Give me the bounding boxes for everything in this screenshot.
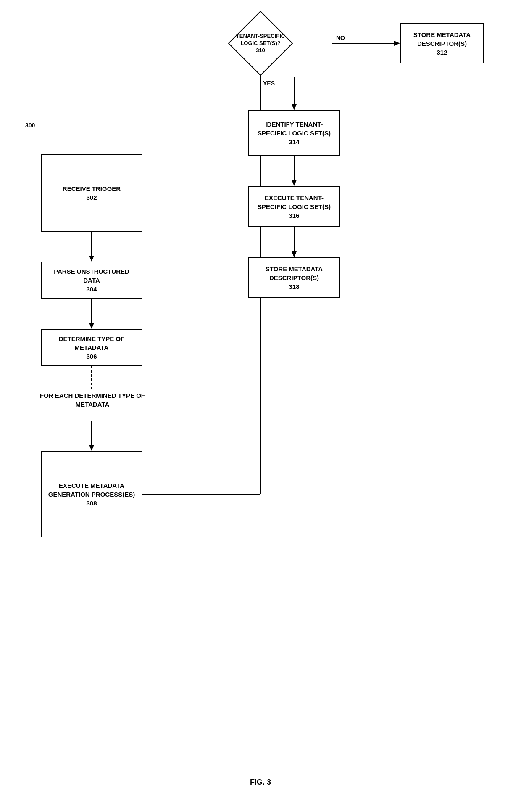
tenant-specific-diamond: TENANT-SPECIFIC LOGIC SET(S)? 310 [227,10,294,77]
svg-marker-17 [292,251,297,257]
store-metadata-yes-box: STORE METADATA DESCRIPTOR(S) 318 [248,257,340,298]
for-each-label: FOR EACH DETERMINED TYPE OF METADATA [34,391,151,409]
no-label: NO [336,34,345,41]
figure-title: FIG. 3 [0,778,521,787]
svg-marker-13 [292,104,297,110]
svg-marker-11 [394,41,400,46]
store-metadata-no-box: STORE METADATA DESCRIPTOR(S) 312 [400,23,484,63]
execute-metadata-box: EXECUTE METADATA GENERATION PROCESS(ES) … [41,451,142,537]
flowchart-diagram: 300 RECEIVE TRIGGER 302 PARSE UNSTRUCTUR… [0,0,521,812]
svg-marker-15 [292,180,297,186]
execute-tenant-box: EXECUTE TENANT-SPECIFIC LOGIC SET(S) 316 [248,186,340,227]
svg-marker-3 [89,323,94,329]
diagram-number: 300 [25,122,35,129]
svg-marker-6 [89,445,94,451]
identify-tenant-box: IDENTIFY TENANT-SPECIFIC LOGIC SET(S) 31… [248,110,340,156]
parse-unstructured-box: PARSE UNSTRUCTURED DATA 304 [41,262,142,299]
determine-type-box: DETERMINE TYPE OF METADATA 306 [41,329,142,366]
yes-label: YES [263,80,275,87]
receive-trigger-box: RECEIVE TRIGGER 302 [41,154,142,232]
svg-marker-1 [89,256,94,262]
